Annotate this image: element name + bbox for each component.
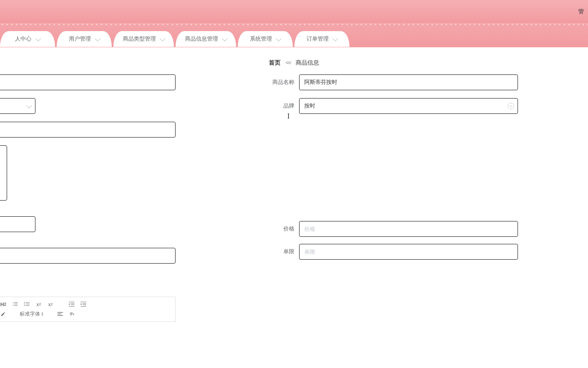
font-select[interactable]: 标准字体 ▲▼	[20, 310, 44, 318]
indent-increase-icon[interactable]	[80, 301, 87, 307]
product-name-input[interactable]	[299, 74, 518, 90]
left-input-1[interactable]	[0, 74, 176, 90]
nav-item-product-info[interactable]: 商品信息管理	[176, 31, 236, 47]
chevron-down-icon	[95, 35, 100, 41]
breadcrumb-current: 商品信息	[296, 59, 319, 66]
price-input[interactable]	[299, 221, 518, 237]
limit-input[interactable]	[299, 244, 518, 260]
header-bar: 管	[0, 0, 588, 23]
left-image-upload[interactable]	[0, 145, 7, 201]
svg-point-0	[24, 302, 25, 303]
limit-label: 单限	[268, 248, 299, 255]
unordered-list-icon[interactable]	[24, 301, 30, 307]
brand-input[interactable]	[299, 98, 518, 114]
updown-icon: ▲▼	[41, 312, 44, 316]
nav-label: 订单管理	[307, 35, 329, 43]
chevron-down-icon	[222, 35, 227, 41]
nav-item-order[interactable]: 订单管理	[294, 31, 349, 47]
nav-label: 商品类型管理	[123, 35, 156, 43]
toolbar-row-1: ❝ </> H1 H2 x2 x2	[0, 299, 171, 309]
price-label: 价格	[268, 225, 299, 232]
superscript-icon[interactable]: x2	[47, 301, 54, 307]
product-name-label: 商品名称	[268, 79, 299, 86]
toolbar-row-2: 文本 ▲▼ A 标准字体 ▲▼ Tx	[0, 309, 171, 319]
chevron-down-icon	[35, 35, 41, 41]
rich-text-toolbar: ❝ </> H1 H2 x2 x2 文本 ▲▼	[0, 297, 176, 322]
svg-point-1	[24, 304, 25, 305]
breadcrumb-separator: <<	[285, 59, 291, 66]
limit-row: 单限	[268, 244, 518, 260]
chevron-down-icon	[276, 35, 281, 41]
nav-item-system[interactable]: 系统管理	[238, 31, 293, 47]
brand-input-wrapper	[299, 98, 518, 114]
chevron-down-icon	[160, 35, 165, 41]
clear-format-icon[interactable]: Tx	[69, 311, 75, 317]
brand-label: 品牌	[268, 102, 299, 110]
left-input-2[interactable]	[0, 122, 176, 138]
header-right-text: 管	[578, 8, 584, 15]
nav-label: 系统管理	[250, 35, 272, 43]
chevron-down-icon	[333, 35, 338, 41]
clear-icon[interactable]	[508, 103, 514, 109]
svg-point-2	[24, 305, 25, 306]
heading2-icon[interactable]: H2	[0, 301, 6, 307]
subscript-icon[interactable]: x2	[35, 301, 42, 307]
left-input-3[interactable]	[0, 216, 35, 232]
indent-decrease-icon[interactable]	[68, 301, 75, 307]
chevron-down-icon	[26, 102, 32, 108]
nav-label: 商品信息管理	[185, 35, 218, 43]
breadcrumb-home[interactable]: 首页	[269, 59, 281, 66]
nav-label: 用户管理	[69, 35, 91, 43]
nav-item-personal-center[interactable]: 人中心	[0, 31, 55, 47]
nav-decoration	[0, 23, 588, 26]
product-name-row: 商品名称	[268, 74, 518, 90]
price-row: 价格	[268, 221, 518, 237]
font-label: 标准字体	[20, 310, 40, 318]
left-input-4[interactable]	[0, 248, 176, 264]
nav-item-user-management[interactable]: 用户管理	[57, 31, 112, 47]
nav-label: 人中心	[15, 35, 31, 43]
left-select-1[interactable]	[0, 98, 35, 114]
breadcrumb: 首页 << 商品信息	[0, 47, 588, 74]
left-column	[0, 74, 176, 271]
nav-item-product-type[interactable]: 商品类型管理	[113, 31, 174, 47]
text-cursor-icon: I	[287, 112, 290, 121]
nav-bar: 人中心 用户管理 商品类型管理 商品信息管理 系统管理 订单管理	[0, 23, 588, 47]
highlight-icon[interactable]	[0, 311, 6, 317]
ordered-list-icon[interactable]	[12, 301, 18, 307]
align-icon[interactable]	[57, 311, 63, 317]
brand-row: 品牌 I	[268, 98, 518, 114]
